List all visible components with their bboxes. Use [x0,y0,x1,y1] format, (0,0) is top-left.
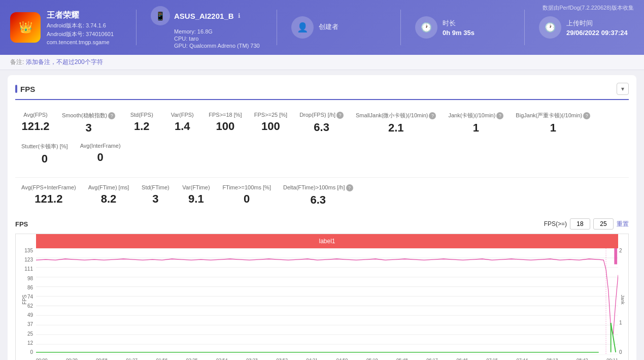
device-name: ASUS_AI2201_B [174,12,234,20]
stat-label: Std(FTime) [141,184,170,190]
fps-controls: FPS(>=) 重置 [544,218,629,230]
upload-stat: 🕐 上传时间 29/06/2022 09:37:24 [539,16,634,39]
fps-25-input[interactable] [593,218,614,230]
creator-label: 创建者 [319,22,338,31]
gpu-spec: GPU: Qualcomm Adreno (TM) 730 [174,43,262,49]
x-axis-label: 04:50 [336,357,348,360]
section-header: FPS ▾ [15,83,629,100]
app-icon: 👑 [10,12,41,43]
stat-value: 2.1 [356,121,436,135]
stats-row-1: Avg(FPS) 121.2 Smooth(稳帧指数)? 3 Std(FPS) … [15,108,629,170]
stat-value: 1.4 [168,120,196,133]
stats-row-2: Avg(FPS+InterFrame) 121.2 Avg(FTime) [ms… [15,180,629,211]
divider-2 [277,10,277,45]
stat-label: Delta(FTime)>100ms [/h]? [283,184,353,191]
duration-stat: 🕐 时长 0h 9m 35s [415,16,510,39]
stat-value: 3 [62,121,115,135]
creator-text: 创建者 [319,22,338,32]
stat-item: FPS>=18 [%] 100 [202,108,248,139]
stat-label: Smooth(稳帧指数)? [62,112,115,119]
svg-line-15 [611,323,616,352]
stat-label: Avg(FPS) [21,112,50,118]
x-axis-label: 05:48 [396,357,408,360]
x-axis-label: 00:58 [96,357,108,360]
stat-item: FTime>=100ms [%] 0 [216,180,277,211]
device-title: 📱 ASUS_AI2201_B ℹ [151,6,262,25]
help-icon[interactable]: ? [429,112,436,119]
stat-value: 0 [80,151,121,164]
stat-item: Drop(FPS) [/h]? 6.3 [293,108,350,139]
android-version: Android版本名: 3.74.1.6 [47,22,114,29]
cpu-spec: CPU: taro [174,36,262,42]
stat-value: 1 [448,121,503,135]
stat-item: Avg(FPS+InterFrame) 121.2 [15,180,82,211]
collapse-button[interactable]: ▾ [617,83,629,95]
y-axis-label: 62 [27,304,33,309]
y-axis-label: 135 [24,248,33,253]
reset-button[interactable]: 重置 [617,220,629,228]
stat-item: SmallJank(微小卡顿)(/10min)? 2.1 [350,108,442,139]
y-axis-label: 74 [27,294,33,300]
y-axis-label: 0 [30,350,33,355]
fps-section-title: FPS [15,85,35,93]
stat-value: 8.2 [88,192,129,206]
x-axis-label: 07:44 [517,357,528,360]
device-info-icon[interactable]: ℹ [238,12,241,19]
stat-item: Var(FTime) 9.1 [176,180,216,211]
chart-band-label: label1 [36,234,618,248]
chart-title-label: FPS [15,220,28,228]
x-axis-label: 07:15 [487,357,498,360]
stat-label: Avg(FTime) [ms] [88,184,129,190]
stat-label: FPS>=18 [%] [209,112,242,118]
main-content: FPS ▾ Avg(FPS) 121.2 Smooth(稳帧指数)? 3 Std… [0,70,644,360]
stat-item: BigJank(严重卡顿)(/10min)? 1 [510,108,596,139]
help-icon[interactable]: ? [346,184,353,191]
y-axis-right-label: 0 [619,350,622,355]
y-axis-label: 37 [27,322,33,327]
app-info: 👑 王者荣耀 Android版本名: 3.74.1.6 Android版本号: … [10,10,122,45]
duration-label: 时长 [443,19,474,28]
stat-label: Std(FPS) [127,112,156,118]
x-axis-label: 00:00 [36,357,48,360]
svg-rect-16 [614,248,617,265]
stat-item: Delta(FTime)>100ms [/h]? 6.3 [277,180,359,211]
x-axis-label: 06:17 [426,357,438,360]
stat-value: 121.2 [21,120,50,133]
divider-1 [136,10,137,45]
notes-placeholder[interactable]: 添加备注，不超过200个字符 [26,58,103,66]
x-axis-label: 04:21 [307,357,318,360]
data-source-label: 数据由PerfDog(7.2.220628)版本收集 [543,4,634,12]
y-axis-label: 86 [27,285,33,290]
stat-item: Jank(卡顿)(/10min)? 1 [442,108,510,139]
help-icon[interactable]: ? [496,112,503,119]
notes-bar: 备注: 添加备注，不超过200个字符 [0,55,644,70]
x-axis-label: 08:13 [547,357,558,360]
device-specs: Memory: 16.8G CPU: taro GPU: Qualcomm Ad… [174,28,262,49]
app-text: 王者荣耀 Android版本名: 3.74.1.6 Android版本号: 37… [47,10,114,45]
stat-label: Avg(FPS+InterFrame) [21,184,76,190]
stat-value: 9.1 [182,192,210,206]
stat-item: Std(FPS) 1.2 [121,108,162,139]
creator-icon-circle: 👤 [291,16,314,39]
stat-label: Var(FPS) [168,112,196,118]
stat-label: SmallJank(微小卡顿)(/10min)? [356,112,436,119]
stat-value: 6.3 [299,121,344,134]
upload-label: 上传时间 [566,19,628,28]
duration-icon-circle: 🕐 [415,16,437,39]
help-icon[interactable]: ? [583,112,590,119]
stat-value: 100 [209,120,242,133]
help-icon[interactable]: ? [108,112,115,119]
upload-text: 上传时间 29/06/2022 09:37:24 [566,19,628,37]
x-axis: 00:0000:2900:5801:2701:5602:2502:5403:23… [36,355,618,360]
y-axis-label: 12 [27,341,33,346]
y-axis-right-label: 2 [619,248,622,253]
help-icon[interactable]: ? [336,112,344,119]
stat-item: Avg(FPS) 121.2 [15,108,56,139]
duration-text: 时长 0h 9m 35s [443,19,474,37]
stat-label: Drop(FPS) [/h]? [299,112,344,119]
stat-item: Stutter(卡顿率) [%] 0 [15,139,74,170]
stat-value: 0 [21,152,68,166]
stat-item: Smooth(稳帧指数)? 3 [56,108,121,139]
fps-18-input[interactable] [570,218,590,230]
stats-divider [15,177,629,178]
